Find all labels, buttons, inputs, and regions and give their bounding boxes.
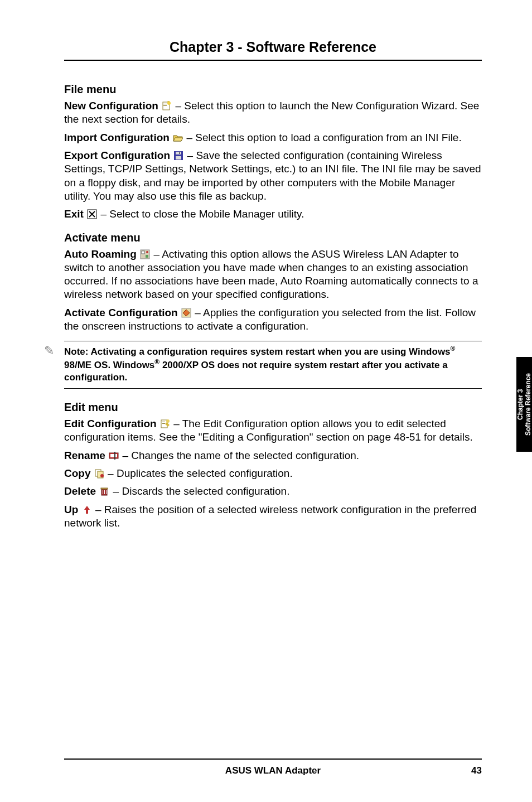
edit-configuration-para: Edit Configuration – The Edit Configurat… [64,417,482,445]
folder-open-icon [173,133,183,143]
footer-product: ASUS WLAN Adapter [225,765,321,776]
file-menu-heading: File menu [64,83,482,96]
close-x-icon [87,209,97,219]
up-para: Up – Raises the position of a selected w… [64,503,482,530]
side-tab: Chapter 3 Software Reference [516,357,532,452]
export-configuration-para: Export Configuration – Save the selected… [64,149,482,203]
copy-para: Copy – Duplicates the selected configura… [64,467,482,480]
note-block: ✎ Note: Activating a configuration requi… [64,341,482,389]
edit-configuration-label: Edit Configuration [64,418,159,429]
rename-label: Rename [64,450,108,461]
export-configuration-label: Export Configuration [64,149,173,161]
import-configuration-para: Import Configuration – Select this optio… [64,131,482,144]
copy-text: – Duplicates the selected configuration. [105,467,293,479]
svg-rect-10 [179,152,180,154]
activate-menu-heading: Activate menu [64,231,482,244]
svg-rect-9 [176,156,181,160]
delete-text: – Discards the selected configuration. [110,485,289,497]
footer: ASUS WLAN Adapter 43 [64,758,482,776]
activate-configuration-label: Activate Configuration [64,307,181,318]
svg-rect-16 [146,255,148,258]
import-configuration-text: – Select this option to load a configura… [183,132,462,143]
side-tab-line2: Software Reference [524,373,532,436]
rename-icon [109,451,119,461]
svg-rect-32 [101,488,108,489]
import-configuration-label: Import Configuration [64,132,172,143]
footer-page-number: 43 [471,765,482,776]
svg-rect-2 [163,105,167,106]
svg-rect-34 [104,490,105,494]
diamond-icon [181,308,191,318]
exit-text: – Select to close the Mobile Manager uti… [98,208,304,220]
svg-rect-33 [103,490,103,494]
up-text: – Raises the position of a selected wire… [64,504,476,529]
svg-rect-22 [162,423,165,424]
auto-roaming-para: Auto Roaming – Activating this option al… [64,248,482,302]
delete-label: Delete [64,485,99,497]
edit-menu-heading: Edit menu [64,401,482,414]
svg-rect-1 [163,104,167,104]
exit-label: Exit [64,208,86,220]
svg-marker-6 [173,138,183,141]
svg-marker-36 [84,506,90,514]
new-page-icon [162,101,172,111]
new-configuration-para: New Configuration – Select this option t… [64,99,482,127]
up-label: Up [64,504,81,515]
side-tab-line1: Chapter 3 [516,389,524,419]
new-configuration-label: New Configuration [64,100,161,112]
svg-point-24 [166,419,170,423]
rename-para: Rename – Changes the name of the selecte… [64,449,482,462]
trash-icon [99,486,109,496]
auto-roaming-label: Auto Roaming [64,248,139,260]
delete-para: Delete – Discards the selected configura… [64,485,482,498]
svg-rect-15 [142,251,144,254]
svg-rect-8 [176,152,181,154]
chapter-title: Chapter 3 - Software Reference [64,39,482,61]
svg-point-17 [146,251,148,253]
rename-text: – Changes the name of the selected confi… [119,450,359,461]
svg-rect-27 [114,452,115,460]
svg-point-4 [167,102,171,105]
exit-para: Exit – Select to close the Mobile Manage… [64,207,482,221]
svg-point-30 [100,474,104,477]
activate-configuration-para: Activate Configuration – Applies the con… [64,306,482,334]
roaming-icon [140,249,150,259]
edit-page-icon [160,419,170,429]
note-text: Note: Activating a configuration require… [64,345,482,384]
copy-label: Copy [64,467,94,479]
pencil-icon: ✎ [44,344,54,358]
svg-rect-26 [110,454,117,457]
svg-rect-35 [106,490,107,494]
floppy-save-icon [173,151,183,161]
copy-icon [94,468,104,479]
arrow-up-icon [82,505,92,515]
svg-rect-21 [162,422,165,422]
